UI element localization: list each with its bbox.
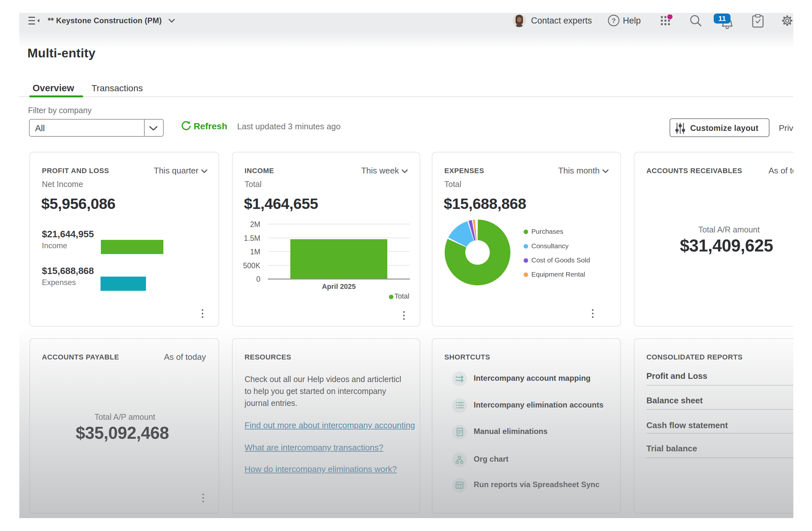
svg-text:11: 11: [718, 15, 726, 23]
svg-text:?: ?: [612, 17, 616, 24]
